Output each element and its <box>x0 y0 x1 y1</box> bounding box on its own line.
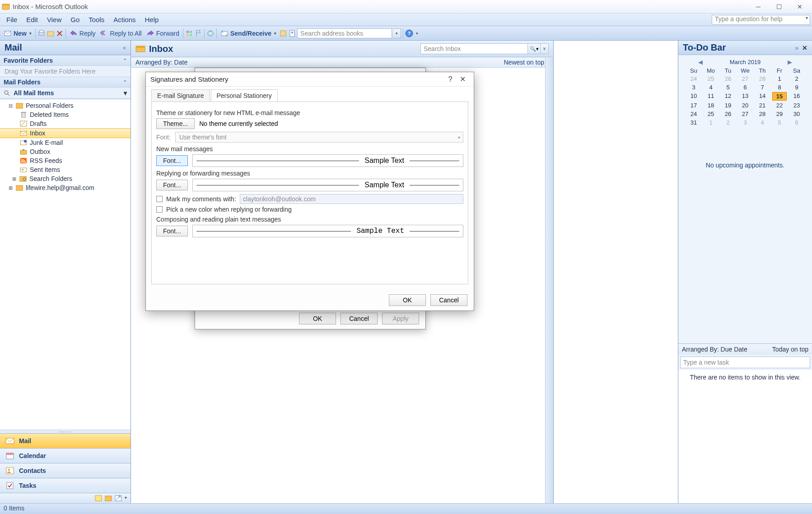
nav-calendar[interactable]: Calendar <box>0 448 131 463</box>
theme-button[interactable]: Theme... <box>156 118 195 129</box>
cal-day[interactable]: 23 <box>789 102 804 109</box>
cal-day[interactable]: 1 <box>772 75 787 83</box>
cal-day[interactable]: 13 <box>738 92 752 101</box>
cal-day[interactable]: 10 <box>686 92 701 101</box>
cal-day[interactable]: 19 <box>721 102 735 109</box>
cal-day[interactable]: 27 <box>738 110 752 118</box>
inbox-search-expand[interactable]: ¥ <box>541 43 549 54</box>
delete-icon[interactable] <box>56 29 64 37</box>
cal-day[interactable]: 24 <box>686 110 701 118</box>
cal-day-other[interactable]: 26 <box>721 75 735 83</box>
sig-close-button[interactable]: ✕ <box>456 75 469 83</box>
reply-button[interactable]: Reply <box>68 28 98 38</box>
new-button[interactable]: New <box>2 28 33 38</box>
options-cancel-button[interactable]: Cancel <box>341 313 378 324</box>
address-book-icon[interactable] <box>288 29 296 37</box>
tree-gmail[interactable]: ⊞lifewire.help@gmail.com <box>0 183 131 192</box>
tree-deleted[interactable]: Deleted Items <box>0 110 131 119</box>
tree-junk[interactable]: Junk E-mail <box>0 138 131 147</box>
cal-day[interactable]: 5 <box>721 83 735 91</box>
font-reply-button[interactable]: Font... <box>156 180 188 190</box>
tree-search-folders[interactable]: ⊞Search Folders <box>0 174 131 183</box>
options-apply-button[interactable]: Apply <box>382 313 419 324</box>
notes-icon[interactable] <box>95 495 102 501</box>
sig-ok-button[interactable]: OK <box>389 294 426 306</box>
cal-day[interactable]: 16 <box>789 92 804 101</box>
cal-day[interactable]: 2 <box>789 75 804 83</box>
cal-day-other[interactable]: 5 <box>772 119 787 126</box>
cal-day-other[interactable]: 24 <box>686 75 701 83</box>
print-icon[interactable] <box>37 29 46 37</box>
cal-day[interactable]: 26 <box>721 110 735 118</box>
sync-icon[interactable] <box>206 29 215 37</box>
cal-day[interactable]: 25 <box>704 110 718 118</box>
mark-comments-field[interactable] <box>240 194 463 204</box>
cal-next-icon[interactable]: ▶ <box>788 59 792 65</box>
menu-file[interactable]: File <box>2 15 22 24</box>
cal-day[interactable]: 21 <box>755 102 770 109</box>
tree-outbox[interactable]: Outbox <box>0 147 131 156</box>
help-icon[interactable]: ? <box>405 29 413 37</box>
tree-personal-folders[interactable]: ⊟Personal Folders <box>0 101 131 110</box>
inbox-search-input[interactable] <box>420 43 528 54</box>
tree-drafts[interactable]: Drafts <box>0 119 131 128</box>
font-new-button[interactable]: Font... <box>156 155 188 166</box>
menu-edit[interactable]: Edit <box>22 15 42 24</box>
cal-day[interactable]: 20 <box>738 102 752 109</box>
shortcuts-icon[interactable] <box>115 495 122 501</box>
move-icon[interactable] <box>47 29 55 37</box>
cal-day-other[interactable]: 6 <box>789 119 804 126</box>
font-select[interactable]: Use theme's font <box>175 132 463 143</box>
cal-day[interactable]: 28 <box>755 110 770 118</box>
tab-email-signature[interactable]: E-mail Signature <box>151 89 210 102</box>
menu-tools[interactable]: Tools <box>84 15 109 24</box>
arrange-by-row[interactable]: Arranged By: Date Newest on top <box>131 57 553 68</box>
tab-personal-stationery[interactable]: Personal Stationery <box>211 89 278 102</box>
send-receive-button[interactable]: Send/Receive <box>219 28 278 38</box>
cal-day[interactable]: 8 <box>772 83 787 91</box>
new-task-input[interactable]: Type a new task <box>680 357 810 368</box>
maximize-button[interactable]: ☐ <box>769 0 789 13</box>
cal-day[interactable]: 3 <box>686 83 701 91</box>
cal-day[interactable]: 4 <box>704 83 718 91</box>
cal-day[interactable]: 15 <box>772 92 787 101</box>
task-arrange-row[interactable]: Arranged By: Due Date Today on top <box>678 344 812 355</box>
cal-day-other[interactable]: 28 <box>755 75 770 83</box>
rules-icon[interactable] <box>279 29 287 37</box>
cal-day-other[interactable]: 3 <box>738 119 752 126</box>
nav-mail[interactable]: Mail <box>0 433 131 448</box>
pick-color-checkbox[interactable] <box>156 206 163 213</box>
favorites-header[interactable]: Favorite Folders⌃ <box>0 55 131 66</box>
cal-day-other[interactable]: 2 <box>721 119 735 126</box>
cal-day[interactable]: 9 <box>789 83 804 91</box>
cal-day-other[interactable]: 1 <box>704 119 718 126</box>
tree-rss[interactable]: RSS Feeds <box>0 156 131 165</box>
cal-day[interactable]: 18 <box>704 102 718 109</box>
minimize-button[interactable]: ─ <box>748 0 769 13</box>
menu-actions[interactable]: Actions <box>109 15 140 24</box>
nav-mini-overflow[interactable]: ▾ <box>125 495 127 501</box>
sig-help-button[interactable]: ? <box>445 75 456 83</box>
toolbar-overflow[interactable] <box>414 31 419 36</box>
cal-day[interactable]: 22 <box>772 102 787 109</box>
cal-day[interactable]: 30 <box>789 110 804 118</box>
cal-day[interactable]: 12 <box>721 92 735 101</box>
menu-go[interactable]: Go <box>66 15 84 24</box>
tree-sent[interactable]: Sent Items <box>0 165 131 174</box>
nav-collapse-icon[interactable]: « <box>123 44 126 51</box>
todo-collapse-icon[interactable]: » <box>795 44 798 51</box>
cal-day[interactable]: 17 <box>686 102 701 109</box>
flag-icon[interactable] <box>194 29 202 37</box>
forward-button[interactable]: Forward <box>145 28 181 38</box>
nav-tasks[interactable]: Tasks <box>0 478 131 493</box>
cal-day-other[interactable]: 25 <box>704 75 718 83</box>
sig-cancel-button[interactable]: Cancel <box>430 294 467 306</box>
inbox-search-btn[interactable]: 🔍▾ <box>528 43 541 54</box>
font-plain-button[interactable]: Font... <box>156 226 188 236</box>
mail-folders-header[interactable]: Mail Folders⌃ <box>0 77 131 88</box>
mark-comments-checkbox[interactable] <box>156 196 163 202</box>
nav-contacts[interactable]: Contacts <box>0 463 131 478</box>
cal-day[interactable]: 29 <box>772 110 787 118</box>
cal-day-other[interactable]: 27 <box>738 75 752 83</box>
help-search[interactable]: Type a question for help <box>712 15 810 25</box>
